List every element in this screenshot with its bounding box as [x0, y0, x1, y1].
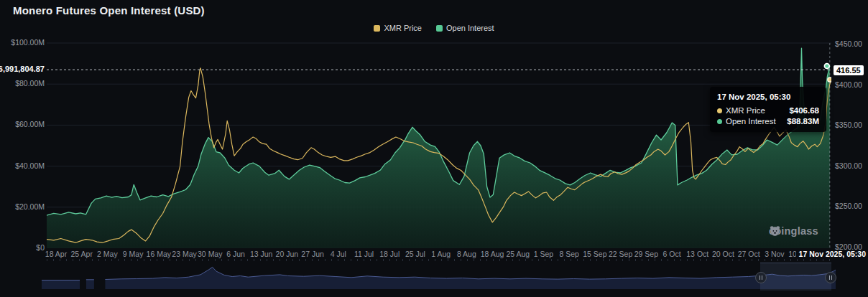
- x-axis-tick: 8 Sep: [559, 250, 578, 258]
- tooltip-row: Open Interest$88.83M: [717, 117, 819, 126]
- range-navigator[interactable]: [42, 263, 836, 290]
- x-axis-tick: 20 Jun: [276, 250, 299, 258]
- x-axis-tick: 6 Jun: [226, 250, 245, 258]
- x-axis-tick: 20 Oct: [712, 250, 734, 258]
- x-axis-tick: 8 Aug: [457, 250, 476, 258]
- coinglass-watermark: coinglass: [769, 225, 818, 237]
- x-crosshair-label: 17 Nov 2025, 05:30: [796, 250, 866, 258]
- x-axis-tick: 30 May: [198, 250, 222, 258]
- right-axis-tick: $350.00: [835, 121, 862, 129]
- legend-label: Open Interest: [446, 24, 494, 32]
- legend-swatch: [436, 25, 443, 32]
- right-axis-tick: $400.00: [835, 80, 862, 89]
- right-axis-tick: $300.00: [835, 161, 862, 170]
- x-axis: 10 17 Nov 2025, 05:30 18 Apr25 Apr2 May9…: [0, 250, 868, 260]
- main-chart[interactable]: coinglass 17 Nov 2025, 05:30 XMR Price$4…: [47, 39, 831, 248]
- current-price-pill: 416.55: [834, 65, 864, 75]
- left-axis-current: 86,991,804.87: [0, 0, 45, 297]
- navigator-selection[interactable]: [760, 263, 831, 291]
- x-axis-tick: 4 Jul: [331, 250, 346, 258]
- x-axis-tick: 15 Sep: [583, 250, 606, 258]
- x-axis-tick: 18 Jul: [379, 250, 400, 258]
- x-axis-tick: 1 Sep: [534, 250, 553, 258]
- x-axis-tick: 27 Oct: [738, 250, 760, 258]
- x-axis-tick: 22 Sep: [609, 250, 632, 258]
- tooltip-series-label: XMR Price: [726, 106, 765, 115]
- series-dot-icon: [717, 119, 722, 124]
- x-axis-tick: 2 May: [97, 250, 118, 258]
- navigator-left-handle[interactable]: [755, 272, 767, 283]
- x-axis-tick: 27 Jun: [301, 250, 324, 258]
- x-axis-minor-ticks: [47, 259, 831, 261]
- x-axis-tick: 25 Jul: [405, 250, 425, 258]
- legend-label: XMR Price: [384, 24, 422, 32]
- tooltip-date: 17 Nov 2025, 05:30: [717, 93, 819, 101]
- tooltip-series-value: $88.83M: [787, 117, 819, 126]
- x-axis-tick: 18 Apr: [45, 250, 67, 258]
- x-axis-tick: 25 Aug: [506, 250, 530, 258]
- right-axis-tick: $250.00: [835, 202, 862, 210]
- tooltip-series-label: Open Interest: [726, 117, 776, 126]
- x-axis-tick: 11 Jul: [354, 250, 374, 258]
- series-dot-icon: [717, 108, 722, 113]
- x-axis-tick: 16 May: [147, 250, 171, 258]
- legend-item-0[interactable]: XMR Price: [374, 24, 422, 32]
- x-axis-tick: 6 Oct: [662, 250, 680, 258]
- legend-item-1[interactable]: Open Interest: [436, 24, 494, 32]
- x-axis-tick: 1 Aug: [431, 250, 451, 258]
- navigator-canvas[interactable]: [42, 263, 836, 290]
- x-axis-tick: 3 Nov: [765, 250, 784, 258]
- coinglass-logo-icon: [769, 225, 781, 237]
- chart-canvas[interactable]: [47, 39, 831, 248]
- right-axis-tick: $450.00: [835, 39, 862, 48]
- x-axis-tick: 23 May: [172, 250, 196, 258]
- tooltip: 17 Nov 2025, 05:30 XMR Price$406.68Open …: [710, 87, 826, 132]
- legend-swatch: [374, 25, 380, 32]
- x-axis-tick: 13 Oct: [686, 250, 708, 258]
- tooltip-series-value: $406.68: [789, 106, 819, 115]
- coinglass-chart-app: Monero Futures Open Interest (USD) XMR P…: [0, 0, 868, 297]
- x-axis-tick: 9 May: [123, 250, 144, 258]
- legend: XMR PriceOpen Interest: [0, 24, 868, 32]
- x-axis-tick: 13 Jun: [250, 250, 273, 258]
- x-axis-tick: 25 Apr: [71, 250, 93, 258]
- x-axis-tick: 18 Aug: [481, 250, 504, 258]
- x-axis-tick: 29 Sep: [634, 250, 658, 258]
- current-open-interest-label: 86,991,804.87: [0, 65, 45, 73]
- tooltip-row: XMR Price$406.68: [717, 106, 819, 115]
